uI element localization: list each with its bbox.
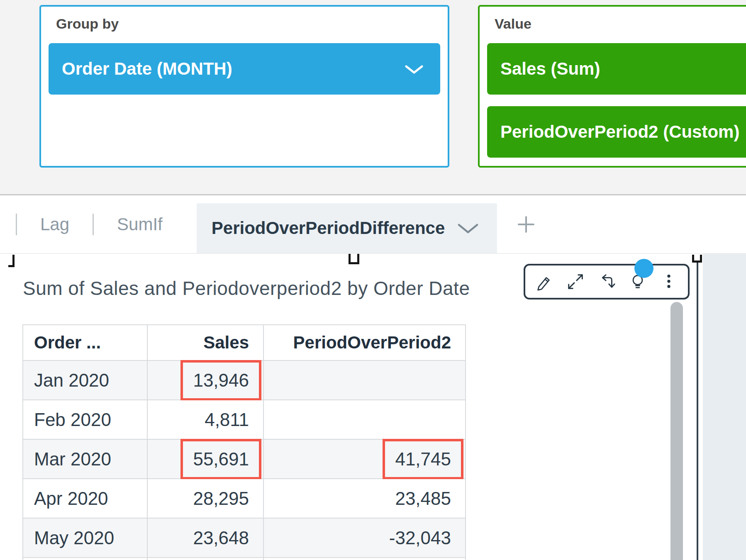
calc-tab-periodoverperioddifference[interactable]: PeriodOverPeriodDifference	[197, 203, 497, 253]
quicksight-editor-screen: Group by Order Date (MONTH) Value Sales …	[0, 0, 746, 560]
value-pill-label: Sales (Sum)	[500, 59, 600, 79]
column-header-order-[interactable]: Order ...	[23, 325, 148, 361]
group-by-pill[interactable]: Order Date (MONTH)	[49, 43, 440, 95]
tab-separator	[93, 214, 94, 235]
calculation-tab-bar: LagSumIfPeriodOverPeriodDifference	[0, 195, 746, 254]
table-scrollbar-thumb[interactable]	[670, 302, 683, 560]
highlight-box: 55,691	[180, 439, 261, 480]
export-arrow-icon[interactable]	[597, 272, 616, 291]
table-cell	[23, 558, 148, 560]
table-cell[interactable]: 23,485	[264, 479, 465, 519]
column-header-sales[interactable]: Sales	[148, 325, 264, 361]
resize-handle-top-right[interactable]	[692, 255, 702, 263]
tab-separator	[16, 214, 17, 235]
value-label: Value	[495, 16, 531, 32]
field-wells-band: Group by Order Date (MONTH) Value Sales …	[0, 0, 746, 194]
table-cell[interactable]: Mar 2020	[23, 440, 148, 479]
chevron-down-icon[interactable]	[457, 218, 479, 238]
calc-tab-label: SumIf	[117, 214, 163, 234]
edit-pencil-icon[interactable]	[535, 272, 554, 291]
group-by-label: Group by	[56, 16, 119, 32]
visual-toolbar	[524, 264, 690, 299]
table-cell	[148, 558, 264, 560]
value-pill[interactable]: PeriodOverPeriod2 (Custom)	[487, 106, 746, 158]
table-cell[interactable]: 13,946	[148, 361, 264, 400]
table-cell[interactable]: 23,648	[148, 519, 264, 558]
table-cell[interactable]: -32,043	[264, 519, 465, 558]
resize-handle-top-left[interactable]	[8, 255, 15, 267]
table-cell[interactable]: 41,745	[264, 440, 465, 479]
add-calculation-button[interactable]	[515, 214, 537, 235]
resize-handle-top-center[interactable]	[349, 254, 359, 264]
insights-notification-dot	[634, 259, 653, 278]
group-by-field-well: Group by Order Date (MONTH)	[39, 5, 449, 168]
highlight-box: 41,745	[383, 439, 463, 480]
table-cell[interactable]: 28,295	[148, 479, 264, 519]
value-pill[interactable]: Sales (Sum)	[487, 43, 746, 95]
table-cell[interactable]	[264, 361, 465, 400]
value-pill-label: PeriodOverPeriod2 (Custom)	[500, 122, 739, 142]
table-cell[interactable]: May 2020	[23, 519, 148, 558]
table-cell	[264, 558, 465, 560]
chevron-down-icon[interactable]	[405, 59, 424, 79]
calc-tab-sumif[interactable]: SumIf	[117, 214, 163, 234]
maximize-icon[interactable]	[566, 272, 585, 291]
visual-selection-border	[697, 262, 698, 560]
data-table: Order ...SalesPeriodOverPeriod2Jan 20201…	[22, 324, 466, 560]
table-cell[interactable]: Feb 2020	[23, 400, 148, 440]
calc-tab-label: Lag	[40, 214, 69, 234]
calc-tab-lag[interactable]: Lag	[40, 214, 69, 234]
highlight-box: 13,946	[180, 360, 261, 401]
table-cell[interactable]: Jan 2020	[23, 361, 148, 400]
sheet-canvas-strip	[703, 254, 746, 560]
table-cell[interactable]	[264, 400, 465, 440]
table-cell[interactable]: Apr 2020	[23, 479, 148, 519]
value-field-well: Value Sales (Sum) PeriodOverPeriod2 (Cus…	[478, 5, 746, 168]
group-by-pill-label: Order Date (MONTH)	[62, 59, 232, 79]
column-header-periodoverperiod2[interactable]: PeriodOverPeriod2	[264, 325, 465, 361]
table-cell[interactable]: 4,811	[148, 400, 264, 440]
visual-title: Sum of Sales and Periodoverperiod2 by Or…	[23, 277, 470, 299]
calc-tab-label: PeriodOverPeriodDifference	[212, 218, 445, 238]
table-cell[interactable]: 55,691	[148, 440, 264, 479]
menu-dots-icon[interactable]	[659, 272, 678, 291]
